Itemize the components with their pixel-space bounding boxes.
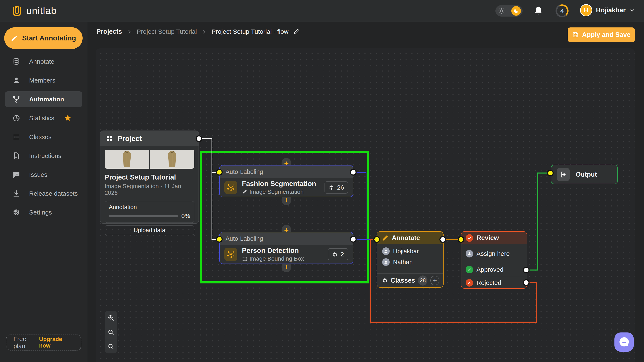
review-node-title: Review bbox=[476, 234, 499, 242]
zoom-reset-button[interactable] bbox=[105, 339, 117, 354]
project-thumbnails bbox=[104, 150, 194, 169]
chevron-down-icon bbox=[629, 7, 635, 13]
database-icon bbox=[12, 58, 20, 65]
breadcrumb-projects[interactable]: Projects bbox=[96, 28, 122, 35]
classes-count: 2 bbox=[340, 251, 344, 258]
layers-icon bbox=[329, 185, 334, 190]
document-icon bbox=[12, 152, 20, 160]
auto-labeling-node-fashion[interactable]: Auto-Labeling Fashion Segmentation Image… bbox=[219, 165, 353, 197]
port-fashion-in[interactable] bbox=[216, 169, 223, 176]
port-person-in[interactable] bbox=[216, 236, 223, 243]
classes-count-badge[interactable]: 2 bbox=[328, 248, 348, 260]
port-rejected-out[interactable] bbox=[523, 279, 530, 286]
upgrade-link[interactable]: Upgrade now bbox=[39, 336, 74, 349]
sidebar-item-instructions[interactable]: Instructions bbox=[5, 148, 82, 164]
output-node[interactable]: Output bbox=[551, 165, 618, 184]
user-menu[interactable]: H Hojiakbar bbox=[580, 4, 635, 16]
ai-model-icon bbox=[224, 181, 237, 194]
sidebar-item-release-datasets[interactable]: Release datasets bbox=[5, 186, 82, 202]
logo[interactable]: unitlab bbox=[12, 4, 57, 16]
port-approved-out[interactable] bbox=[523, 267, 530, 273]
list-icon bbox=[12, 133, 20, 141]
chat-smile-icon bbox=[618, 336, 630, 348]
sidebar-item-automation[interactable]: Automation bbox=[5, 91, 82, 107]
sun-icon bbox=[498, 7, 505, 14]
sidebar-item-label: Members bbox=[29, 77, 55, 84]
assign-label: Assign here bbox=[476, 250, 510, 257]
thumbnail-image bbox=[104, 150, 149, 169]
edit-flow-name-icon[interactable] bbox=[293, 28, 299, 35]
classes-count-badge: 28 bbox=[418, 276, 428, 286]
port-review-in[interactable] bbox=[458, 236, 464, 243]
port-annotate-in[interactable] bbox=[373, 236, 380, 243]
approved-row[interactable]: Approved bbox=[462, 263, 526, 276]
add-class-button[interactable]: + bbox=[430, 276, 440, 285]
sidebar-item-issues[interactable]: Issues bbox=[5, 167, 82, 183]
port-fashion-out[interactable] bbox=[350, 169, 356, 176]
sidebar-item-classes[interactable]: Classes bbox=[5, 129, 82, 145]
start-annotating-button[interactable]: Start Annotating bbox=[4, 27, 82, 49]
download-icon bbox=[12, 190, 20, 198]
flow-canvas[interactable]: + + + + Project Project Setup Tutorial I… bbox=[96, 48, 635, 362]
chat-launcher-button[interactable] bbox=[614, 333, 634, 352]
flow-icon bbox=[12, 95, 20, 103]
apply-and-save-label: Apply and Save bbox=[582, 31, 630, 38]
annotate-node[interactable]: Annotate Hojiakbar Nathan Classes 28 + bbox=[377, 231, 444, 288]
sidebar-item-statistics[interactable]: Statistics bbox=[5, 110, 82, 126]
upload-data-button[interactable]: Upload data bbox=[104, 225, 194, 235]
port-annotate-out[interactable] bbox=[440, 236, 446, 243]
approved-check-icon bbox=[466, 266, 473, 273]
sidebar: Start Annotating Annotate Members Automa… bbox=[0, 22, 88, 362]
auto-node-header: Auto-Labeling bbox=[226, 235, 263, 242]
sidebar-item-annotate[interactable]: Annotate bbox=[5, 54, 82, 69]
usage-progress-ring[interactable]: 4 bbox=[556, 4, 568, 17]
avatar-icon bbox=[382, 258, 390, 266]
zoom-in-button[interactable] bbox=[105, 311, 117, 325]
model-title: Person Detection bbox=[242, 247, 304, 255]
rejected-row[interactable]: Rejected bbox=[462, 276, 526, 289]
pencil-icon bbox=[11, 34, 18, 42]
rejected-label: Rejected bbox=[476, 279, 501, 286]
assignee-row[interactable]: Nathan bbox=[377, 258, 443, 266]
port-output-in[interactable] bbox=[547, 170, 554, 176]
apply-and-save-button[interactable]: Apply and Save bbox=[568, 27, 635, 42]
sidebar-item-members[interactable]: Members bbox=[5, 72, 82, 88]
person-icon bbox=[12, 76, 20, 84]
avatar-icon bbox=[466, 250, 473, 258]
progress-percent: 0% bbox=[181, 213, 190, 220]
sidebar-item-settings[interactable]: Settings bbox=[5, 204, 82, 220]
assignee-row[interactable]: Hojiakbar bbox=[377, 247, 443, 255]
chat-bubble-icon bbox=[12, 171, 20, 179]
output-node-title: Output bbox=[576, 171, 597, 178]
project-node[interactable]: Project Project Setup Tutorial Image Seg… bbox=[100, 130, 199, 224]
review-check-icon bbox=[466, 234, 473, 242]
paperclip-logo-icon bbox=[12, 4, 22, 16]
assignee-name: Nathan bbox=[393, 259, 413, 266]
start-annotating-label: Start Annotating bbox=[22, 34, 76, 42]
review-node[interactable]: Review Assign here Approved Rejected bbox=[461, 231, 527, 289]
project-meta: Image Segmentation - 11 Jan 2026 bbox=[104, 183, 194, 196]
brush-icon bbox=[242, 189, 247, 195]
port-person-out[interactable] bbox=[350, 236, 356, 243]
classes-count-badge[interactable]: 26 bbox=[324, 181, 348, 194]
chevron-right-icon bbox=[202, 29, 207, 34]
notification-bell-icon[interactable] bbox=[534, 6, 543, 16]
breadcrumb-project[interactable]: Project Setup Tutorial bbox=[137, 28, 197, 35]
port-project-out[interactable] bbox=[196, 135, 202, 142]
plan-label: Free plan bbox=[14, 336, 39, 350]
annotate-node-title: Annotate bbox=[392, 234, 420, 242]
approved-label: Approved bbox=[476, 266, 503, 273]
auto-labeling-node-person[interactable]: Auto-Labeling Person Detection Image Bou… bbox=[219, 232, 353, 264]
layers-icon bbox=[332, 252, 338, 257]
assign-row[interactable]: Assign here bbox=[462, 247, 526, 260]
avatar: H bbox=[580, 4, 592, 16]
annotation-progress-box: Annotation 0% bbox=[104, 201, 194, 223]
annotation-progress-label: Annotation bbox=[109, 204, 190, 211]
breadcrumb: Projects Project Setup Tutorial Project … bbox=[96, 27, 299, 36]
theme-toggle[interactable] bbox=[495, 5, 522, 16]
zoom-out-button[interactable] bbox=[105, 325, 117, 339]
project-name: Project Setup Tutorial bbox=[104, 173, 194, 181]
export-icon bbox=[557, 168, 570, 181]
auto-node-header: Auto-Labeling bbox=[226, 168, 263, 175]
sidebar-item-label: Instructions bbox=[29, 152, 61, 159]
